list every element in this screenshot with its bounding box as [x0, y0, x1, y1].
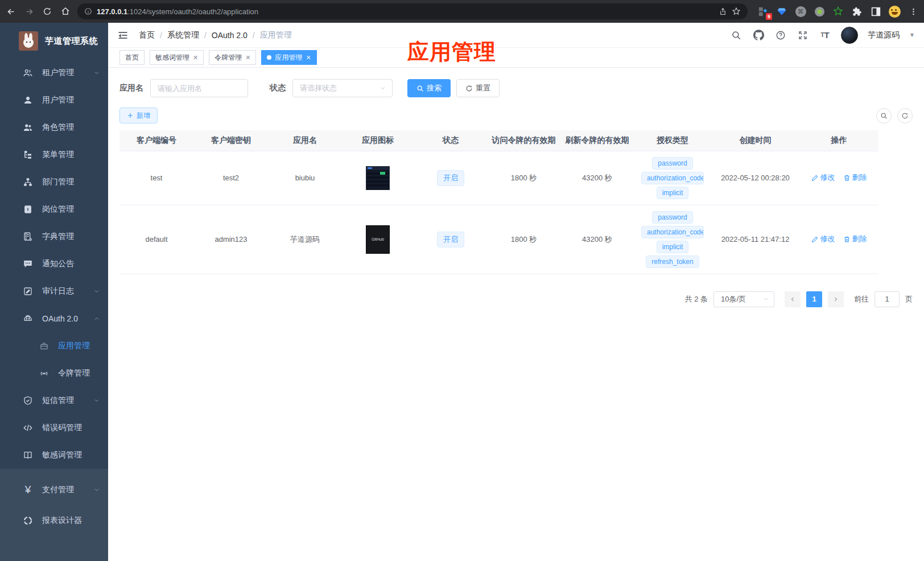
share-icon[interactable]: [719, 7, 727, 16]
fullscreen-icon[interactable]: [797, 29, 809, 42]
sidebar-item-oauth-application[interactable]: 应用管理: [0, 332, 108, 360]
logo-avatar: [19, 31, 38, 51]
browser-forward-button[interactable]: [23, 5, 35, 18]
breadcrumb-oauth[interactable]: OAuth 2.0: [212, 31, 248, 40]
site-info-icon[interactable]: [84, 7, 92, 15]
collapse-sidebar-icon[interactable]: [117, 29, 130, 42]
col-client-id: 客户端编号: [119, 130, 193, 151]
chevron-right-icon: [832, 296, 839, 303]
sidebar-lower-section: ¥ 支付管理 报表设计器: [0, 469, 108, 561]
badge-icon: [23, 204, 33, 214]
delete-button[interactable]: 删除: [843, 234, 867, 244]
chevron-down-icon: [93, 397, 100, 404]
table-toolbar: 新增: [119, 108, 913, 123]
record-extension-icon[interactable]: [813, 5, 826, 18]
col-create-time: 创建时间: [711, 130, 799, 151]
sidebar-item-pay[interactable]: ¥ 支付管理: [0, 475, 108, 505]
user-name[interactable]: 芋道源码: [868, 30, 900, 40]
sidebar-item-notice[interactable]: 通知公告: [0, 250, 108, 278]
help-icon[interactable]: [774, 29, 787, 42]
command-extension-icon[interactable]: ⌘: [794, 5, 807, 18]
show-search-toggle-button[interactable]: [876, 108, 892, 123]
app-name-input[interactable]: [150, 79, 248, 97]
status-select[interactable]: 请选择状态: [292, 79, 393, 97]
token-signal-icon: [39, 368, 49, 378]
sidebar-item-oauth[interactable]: OAuth 2.0: [0, 305, 108, 332]
breadcrumb-home[interactable]: 首页: [139, 30, 155, 40]
page-size-select[interactable]: 10条/页: [713, 291, 774, 307]
search-button[interactable]: 搜索: [407, 79, 451, 97]
tab-sensitive-word[interactable]: 敏感词管理✕: [150, 50, 204, 65]
announcement-icon: [23, 259, 33, 269]
browser-reload-button[interactable]: [41, 5, 53, 18]
sidebar-item-role[interactable]: 角色管理: [0, 114, 108, 141]
sidebar-item-sms[interactable]: 短信管理: [0, 387, 108, 414]
browser-home-button[interactable]: [59, 5, 72, 18]
sidebar-item-audit-log[interactable]: 审计日志: [0, 278, 108, 305]
tenant-users-icon: [23, 68, 33, 78]
sidebar-item-dict[interactable]: 字典管理: [0, 223, 108, 250]
goto-page-input[interactable]: [874, 291, 900, 307]
green-star-extension-icon[interactable]: [832, 5, 844, 18]
sidebar-item-tenant[interactable]: 租户管理: [0, 59, 108, 86]
main-header: 首页 / 系统管理 / OAuth 2.0 / 应用管理 TT 芋道源码 ▼: [108, 23, 924, 48]
briefcase-icon: [39, 341, 49, 351]
main-content: 应用名 状态 请选择状态 搜索 重置 新增: [108, 68, 924, 561]
edit-button[interactable]: 修改: [811, 172, 835, 183]
font-size-icon[interactable]: TT: [819, 29, 831, 42]
add-button[interactable]: 新增: [119, 108, 158, 123]
chevron-down-icon: [93, 486, 100, 493]
col-access-token-validity: 访问令牌的有效期: [487, 130, 560, 151]
code-icon: [23, 423, 33, 433]
puzzle-extensions-icon[interactable]: [851, 5, 863, 18]
extensions-row: 9 ⌘: [757, 5, 919, 18]
split-screen-extension-icon[interactable]: [869, 5, 882, 18]
audit-log-icon: [23, 286, 33, 296]
app-logo[interactable]: 芋道管理系统: [0, 23, 108, 59]
table-row: test test2 biubiu 开启 1800 秒 43200 秒 pass…: [119, 151, 878, 205]
user-icon: [23, 95, 33, 105]
browser-menu-icon[interactable]: [907, 5, 919, 18]
page-number-current[interactable]: 1: [806, 291, 822, 307]
sidebar-item-menu-mgmt[interactable]: 菜单管理: [0, 141, 108, 168]
edit-pencil-icon: [811, 236, 819, 243]
sidebar-item-sensitive-word[interactable]: 敏感词管理: [0, 442, 108, 469]
goto-label: 前往: [854, 294, 869, 304]
address-bar[interactable]: 127.0.0.1:1024/system/oauth2/oauth2/appl…: [77, 3, 748, 19]
tab-token[interactable]: 令牌管理✕: [209, 50, 256, 65]
sidebar-item-user[interactable]: 用户管理: [0, 86, 108, 114]
url-text[interactable]: 127.0.0.1:1024/system/oauth2/oauth2/appl…: [97, 7, 258, 16]
refresh-table-button[interactable]: [897, 108, 913, 123]
delete-button[interactable]: 删除: [843, 172, 867, 183]
breadcrumb-system[interactable]: 系统管理: [167, 30, 199, 40]
tab-application[interactable]: 应用管理✕: [261, 50, 316, 65]
sidebar-item-post[interactable]: 岗位管理: [0, 196, 108, 223]
header-search-icon[interactable]: [730, 29, 742, 42]
tab-home[interactable]: 首页: [119, 50, 145, 65]
edit-button[interactable]: 修改: [811, 234, 835, 244]
search-icon: [416, 85, 424, 92]
gem-extension-icon[interactable]: [776, 5, 788, 18]
user-avatar[interactable]: [841, 27, 858, 44]
sidebar-item-report-designer[interactable]: 报表设计器: [0, 505, 108, 536]
prev-page-button[interactable]: [785, 291, 801, 307]
plus-icon: [127, 112, 134, 119]
extension-badge: 9: [766, 13, 772, 20]
browser-back-button[interactable]: [5, 5, 17, 18]
tab-close-icon[interactable]: ✕: [306, 54, 311, 61]
reset-button[interactable]: 重置: [456, 79, 500, 97]
tab-close-icon[interactable]: ✕: [245, 54, 250, 61]
tab-manager-extension-icon[interactable]: 9: [757, 5, 769, 18]
chevron-left-icon: [789, 296, 796, 303]
col-app-name: 应用名: [269, 130, 341, 151]
breadcrumb-current: 应用管理: [260, 30, 292, 40]
sidebar-item-dept[interactable]: 部门管理: [0, 168, 108, 196]
sidebar-item-oauth-token[interactable]: 令牌管理: [0, 360, 108, 387]
github-icon[interactable]: [752, 29, 765, 42]
tab-close-icon[interactable]: ✕: [193, 54, 198, 61]
next-page-button[interactable]: [828, 291, 844, 307]
emoji-extension-icon[interactable]: [888, 5, 901, 18]
user-menu-caret-icon[interactable]: ▼: [909, 32, 915, 38]
sidebar-item-errcode[interactable]: 错误码管理: [0, 414, 108, 442]
bookmark-star-icon[interactable]: [732, 7, 741, 16]
